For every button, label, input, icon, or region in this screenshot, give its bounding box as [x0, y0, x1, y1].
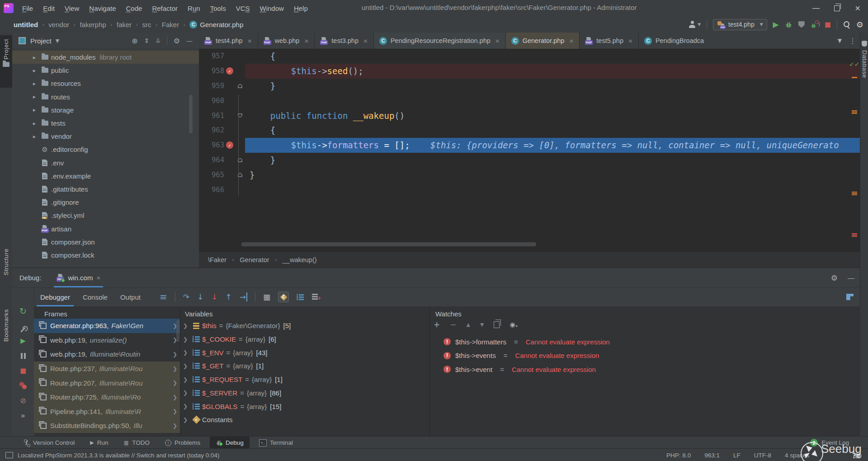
- breadcrumb-item[interactable]: vendor: [48, 21, 69, 28]
- rerun-icon[interactable]: ↻: [19, 306, 27, 316]
- chevron-right-icon[interactable]: ❯: [173, 351, 177, 358]
- step-over-icon[interactable]: ↷: [183, 292, 189, 301]
- view-breakpoints-icon[interactable]: [19, 382, 27, 389]
- step-out-icon[interactable]: ↑: [225, 292, 231, 301]
- chevron-right-icon[interactable]: ❯: [180, 403, 190, 409]
- php-console-icon[interactable]: C: [278, 292, 289, 302]
- tree-item-routes[interactable]: ▸routes: [12, 90, 199, 103]
- add-to-watches-icon[interactable]: +: [312, 293, 320, 301]
- settings-gear-icon[interactable]: ⚙: [174, 37, 180, 45]
- run-button[interactable]: ▶: [773, 20, 779, 29]
- profiler-button[interactable]: ): [811, 20, 819, 28]
- tree-item-.editorconfig[interactable]: ⚙.editorconfig: [12, 143, 199, 156]
- editor-tab-web.php[interactable]: PHPweb.php×: [258, 33, 315, 49]
- duplicate-watch-icon[interactable]: [494, 321, 500, 328]
- move-up-icon[interactable]: ▲: [467, 322, 470, 328]
- breakpoint-icon[interactable]: ✓: [226, 141, 233, 149]
- tree-item-composer.json[interactable]: composer.json: [12, 235, 199, 249]
- breadcrumb-item[interactable]: src: [142, 21, 151, 28]
- breadcrumb-item[interactable]: untitled: [14, 21, 38, 28]
- user-menu[interactable]: ▼: [689, 21, 701, 28]
- breadcrumb-item[interactable]: faker: [117, 21, 132, 28]
- php-version-widget[interactable]: PHP: 8.0: [666, 452, 691, 459]
- watch-row[interactable]: !$this->formatters=Cannot evaluate expre…: [443, 335, 610, 348]
- tool-button-version-control[interactable]: Version Control: [18, 437, 80, 449]
- breadcrumb-item[interactable]: fakerphp: [80, 21, 106, 28]
- settings-gear-icon[interactable]: ⚙: [856, 20, 863, 29]
- code-line-966[interactable]: 966: [199, 182, 860, 197]
- stop-button[interactable]: ■: [825, 20, 831, 28]
- chevron-right-icon[interactable]: ❯: [180, 417, 190, 423]
- frame-row[interactable]: Route.php:207,Illuminate\Rou❯: [34, 376, 180, 390]
- chevron-right-icon[interactable]: ❯: [180, 390, 190, 396]
- hide-panel-icon[interactable]: —: [186, 37, 193, 44]
- tool-button-todo[interactable]: ≣TODO: [118, 437, 156, 449]
- settings-wrench-icon[interactable]: [20, 327, 26, 332]
- chevron-right-icon[interactable]: ❯: [180, 336, 190, 343]
- editor-tab-PendingResourceRegistration.php[interactable]: CPendingResourceRegistration.php×: [374, 33, 506, 49]
- variable-row[interactable]: ❯$GLOBALS={array}[15]: [180, 400, 430, 413]
- stripe-mark[interactable]: [852, 77, 857, 78]
- editor-tab-PendingBroadca[interactable]: CPendingBroadca: [639, 33, 709, 49]
- locate-file-icon[interactable]: ⊕: [132, 37, 137, 45]
- stop-icon[interactable]: ■: [20, 367, 26, 375]
- ide-update-icon[interactable]: [5, 452, 13, 458]
- tree-item-node_modules[interactable]: ▸node_moduleslibrary root: [12, 51, 199, 64]
- code-line-964[interactable]: 964 }: [199, 153, 860, 168]
- chevron-right-icon[interactable]: ❯: [180, 349, 190, 356]
- editor-breadcrumb-item[interactable]: Generator: [240, 256, 269, 263]
- project-scrollbar[interactable]: [189, 95, 193, 133]
- frame-row[interactable]: Generator.php:963,Faker\Gen❯: [34, 319, 180, 333]
- restore-button[interactable]: [826, 0, 847, 16]
- debug-view-tab-debugger[interactable]: Debugger: [34, 287, 76, 306]
- tree-item-.gitattributes[interactable]: .gitattributes: [12, 183, 199, 196]
- tree-item-.gitignore[interactable]: .gitignore: [12, 196, 199, 209]
- debug-session-tab[interactable]: PHP win.com ×: [54, 268, 103, 287]
- add-watch-icon[interactable]: +: [434, 320, 440, 329]
- code-line-962[interactable]: 962 {: [199, 123, 860, 138]
- chevron-right-icon[interactable]: ❯: [173, 408, 177, 414]
- menu-tools[interactable]: Tools: [206, 3, 230, 14]
- tab-options-icon[interactable]: ⋮: [849, 37, 856, 45]
- menu-window[interactable]: Window: [256, 3, 288, 14]
- tool-button-debug[interactable]: Debug: [210, 437, 250, 449]
- chevron-right-icon[interactable]: ❯: [173, 394, 177, 400]
- stripe-button-database[interactable]: Database: [860, 41, 868, 90]
- code-line-965[interactable]: 965}: [199, 167, 860, 182]
- expand-all-icon[interactable]: ⇕: [144, 37, 150, 44]
- step-into-icon[interactable]: ↓: [197, 292, 203, 301]
- variable-row[interactable]: ❯$_ENV={array}[43]: [180, 346, 430, 359]
- menu-refactor[interactable]: Refactor: [148, 3, 182, 14]
- tree-item-artisan[interactable]: PHPartisan: [12, 222, 199, 235]
- editor-tab-test5.php[interactable]: PHPtest5.php×: [580, 33, 639, 49]
- code-line-957[interactable]: 957 {: [199, 49, 860, 64]
- code-editor[interactable]: 957 {958✓ $this->seed();959 }960961 publ…: [199, 49, 860, 197]
- tool-button-run[interactable]: ▶Run: [84, 437, 114, 449]
- close-icon[interactable]: ×: [495, 38, 500, 44]
- editor-tab-test4.php[interactable]: PHPtest4.php×: [199, 33, 258, 49]
- editor-tab-Generator.php[interactable]: CGenerator.php×: [506, 33, 580, 49]
- remove-watch-icon[interactable]: −: [450, 320, 456, 329]
- tool-button-terminal[interactable]: >_Terminal: [253, 437, 299, 449]
- variable-row[interactable]: ❯cConstants: [180, 413, 430, 427]
- stripe-button-structure[interactable]: Structure: [0, 249, 12, 289]
- chevron-right-icon[interactable]: ❯: [173, 423, 177, 429]
- frame-row[interactable]: Pipeline.php:141,Illuminate\R❯: [34, 405, 180, 419]
- chevron-right-icon[interactable]: ▸: [33, 133, 36, 140]
- chevron-down-icon[interactable]: ▼: [56, 38, 59, 44]
- code-line-963[interactable]: 963✓ $this->formatters = [];$this: {prov…: [199, 138, 860, 153]
- resume-icon[interactable]: ▶: [20, 337, 26, 345]
- chevron-right-icon[interactable]: ▸: [33, 107, 36, 113]
- debug-view-tab-console[interactable]: Console: [76, 287, 114, 306]
- close-icon[interactable]: ×: [628, 38, 633, 44]
- code-line-958[interactable]: 958✓ $this->seed();: [199, 64, 860, 79]
- encoding-widget[interactable]: UTF-8: [754, 452, 771, 459]
- menu-edit[interactable]: Edit: [39, 3, 59, 14]
- menu-navigate[interactable]: Navigate: [85, 3, 120, 14]
- tree-item-resources[interactable]: ▸resources: [12, 77, 199, 90]
- variable-row[interactable]: ❯$this={Faker\Generator}[5]: [180, 319, 430, 333]
- force-step-into-icon[interactable]: ↓: [211, 292, 217, 301]
- breadcrumb-file[interactable]: CGenerator.php: [189, 21, 243, 28]
- watch-row[interactable]: !$this->events=Cannot evaluate expressio…: [443, 349, 599, 362]
- variable-row[interactable]: ❯$_COOKIE={array}[6]: [180, 333, 430, 346]
